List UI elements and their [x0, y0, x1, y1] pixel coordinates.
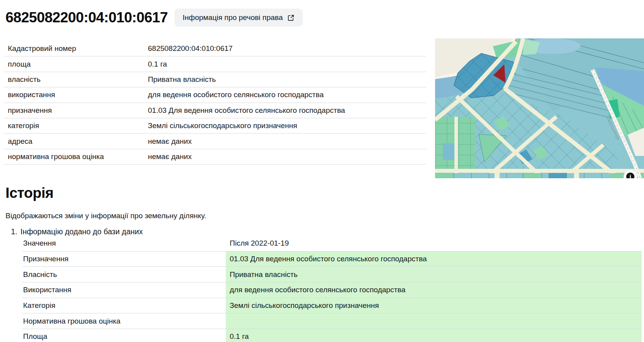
table-row: Власність Приватна власність	[22, 267, 642, 282]
table-row: площа 0.1 га	[4, 56, 426, 72]
row-value: 0.1 га	[148, 60, 426, 69]
table-row: нормативна грошова оцінка немає даних	[4, 149, 426, 165]
table-row: використання для ведення особистого селя…	[4, 87, 426, 103]
row-label: Власність	[22, 270, 226, 279]
row-value-highlighted: для ведення особистого селянського госпо…	[226, 282, 642, 298]
parcel-info-table: Кадастровий номер 6825082200:04:010:0617…	[4, 41, 426, 165]
external-link-icon	[287, 14, 295, 22]
row-label: Категорія	[22, 301, 226, 310]
table-row: Використання для ведення особистого селя…	[22, 282, 642, 298]
row-value-highlighted: Приватна власність	[226, 267, 642, 282]
table-row: Кадастровий номер 6825082200:04:010:0617	[4, 41, 426, 56]
list-marker: 1.	[11, 227, 17, 236]
table-row: категорія Землі сільськогосподарського п…	[4, 118, 426, 134]
row-label: адреса	[4, 137, 148, 146]
row-value: Землі сільськогосподарського призначення	[148, 121, 426, 130]
event-title-text: Інформацію додано до бази даних	[20, 227, 143, 236]
table-row: Нормативна грошова оцінка	[22, 313, 642, 329]
row-label: категорія	[4, 121, 148, 130]
row-value: для ведення особистого селянського госпо…	[148, 90, 426, 99]
row-value: Приватна власність	[148, 75, 426, 84]
table-row: Призначення 01.03 Для ведення особистого…	[22, 252, 642, 267]
property-rights-button[interactable]: Інформація про речові права	[174, 9, 303, 27]
property-rights-button-label: Інформація про речові права	[183, 13, 283, 22]
cadastral-map[interactable]: Хмельниць i	[435, 38, 644, 178]
row-label: Площа	[22, 332, 226, 341]
table-row: Категорія Землі сільськогосподарського п…	[22, 298, 642, 314]
row-label: призначення	[4, 106, 148, 115]
table-row: Значення Після 2022-01-19	[22, 236, 642, 252]
row-label: Використання	[22, 286, 226, 294]
row-value: 01.03 Для ведення особистого селянського…	[148, 106, 426, 115]
row-label: Значення	[22, 239, 226, 248]
row-label: нормативна грошова оцінка	[4, 152, 148, 161]
info-icon: i	[630, 174, 631, 178]
row-value: 6825082200:04:010:0617	[148, 44, 426, 53]
history-table: Значення Після 2022-01-19 Призначення 01…	[22, 236, 642, 342]
history-heading: Історія	[5, 185, 54, 201]
row-label: Кадастровий номер	[4, 44, 148, 53]
bottom-parcel-strip	[435, 172, 644, 178]
row-label: площа	[4, 60, 148, 69]
page-header: 6825082200:04:010:0617 Інформація про ре…	[5, 9, 303, 27]
row-label: власність	[4, 75, 148, 84]
row-label: Призначення	[22, 255, 226, 263]
row-label: Нормативна грошова оцінка	[22, 317, 226, 326]
table-row: власність Приватна власність	[4, 72, 426, 87]
table-row: Площа 0.1 га	[22, 329, 642, 342]
row-label: використання	[4, 90, 148, 99]
row-value-highlighted: Землі сільськогосподарського призначення	[226, 298, 642, 313]
page-title: 6825082200:04:010:0617	[5, 9, 168, 26]
history-description: Відображаються зміни у інформації про зе…	[5, 212, 206, 220]
row-value: Після 2022-01-19	[226, 236, 642, 251]
row-value-highlighted	[226, 313, 642, 329]
row-value-highlighted: 01.03 Для ведення особистого селянського…	[226, 252, 642, 267]
history-event-title: 1. Інформацію додано до бази даних	[11, 227, 143, 236]
table-row: адреса немає даних	[4, 134, 426, 149]
table-row: призначення 01.03 Для ведення особистого…	[4, 103, 426, 118]
row-value: немає даних	[148, 137, 426, 146]
row-value-highlighted: 0.1 га	[226, 329, 642, 342]
row-value: немає даних	[148, 152, 426, 161]
